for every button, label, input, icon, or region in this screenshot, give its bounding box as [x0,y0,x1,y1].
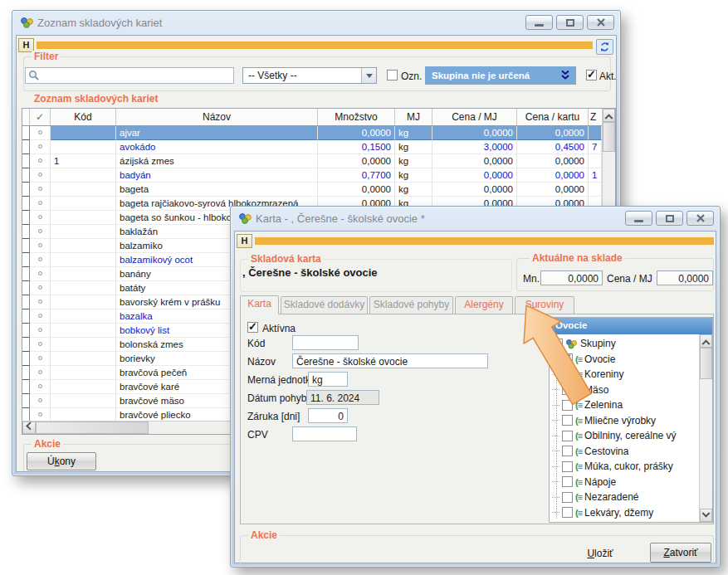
nazov-input[interactable]: Čerešne - školské ovocie [292,353,488,368]
checkbox[interactable]: ✓ [562,492,573,503]
kod-input[interactable] [292,335,359,350]
row-marker-icon [38,356,42,360]
table-cell: 0,0000 [517,126,589,140]
table-row[interactable]: 1ázijská zmes0,0000kg0,00000,0000 [22,154,602,168]
cpv-input[interactable] [292,426,357,441]
tab-karta[interactable]: Karta [240,295,279,314]
maximize-button[interactable] [656,211,683,226]
group-icon: (≡ [575,446,582,456]
h-menu-button[interactable]: H [237,234,252,248]
tree-item[interactable]: ✓(≡Múka, cukor, prášky [550,459,699,475]
tree-item-label: Obilniny, cereálne vý [584,430,677,441]
tree-root[interactable]: ✓ Skupiny [550,336,699,352]
tree-item[interactable]: ✓(≡Koreniny [550,367,699,383]
tab-skladov-pohyby[interactable]: Skladové pohyby [369,296,453,314]
table-cell: kg [395,126,432,140]
tab-alerg-ny[interactable]: Alergény [455,296,513,314]
checkbox[interactable]: ✓ [562,461,573,472]
close-button[interactable] [686,211,714,226]
checkbox[interactable]: ✓ [562,446,573,456]
tree-item-label: Zelenina [584,399,623,411]
tab-suroviny[interactable]: Suroviny [515,296,574,314]
row-indicator [22,352,30,366]
refresh-button[interactable] [596,39,613,55]
tree-item[interactable]: ✓(≡Obilniny, cereálne vý [550,428,699,444]
grid-caption: Zoznam skladových kariet [32,93,160,105]
tree-item-label: Mäso [584,384,608,396]
table-cell: kg [395,168,432,183]
table-row[interactable]: avokádo0,1500kg3,00000,45007 [22,140,602,154]
header-check[interactable]: ✓ [30,109,51,125]
ozn-checkbox[interactable]: ✓ [387,70,398,80]
header-nazov[interactable]: Názov [116,109,318,125]
checkbox[interactable]: ✓ [562,353,573,364]
mn-label: Mn. [523,273,540,285]
table-row[interactable]: ajvar0,0000kg0,00000,0000 [22,126,602,140]
table-cell [51,366,116,380]
tree-item[interactable]: ✓(≡Ovocie [550,352,699,368]
checkbox[interactable]: ✓ [562,369,573,380]
zatvorit-button[interactable]: Zatvoriť [650,543,711,563]
checkbox[interactable]: ✓ [562,476,573,487]
search-input[interactable] [25,67,234,84]
akcie-group [240,535,714,565]
close-button[interactable] [587,15,614,30]
table-row[interactable]: badyán0,7700kg0,00000,00001 [22,168,602,183]
table-cell: ajvar [116,126,318,140]
table-cell: 0,0000 [318,183,395,197]
table-cell [30,154,51,168]
table-cell [30,338,51,352]
ukony-button[interactable]: Úkony [27,452,96,470]
combo-dropdown-button[interactable] [361,68,376,83]
table-cell [30,168,51,183]
tree-item[interactable]: ✓(≡Lekváry, džemy [550,505,699,521]
tree-guide [552,451,559,451]
table-cell [30,366,51,380]
tree-item[interactable]: ✓(≡Mliečne výrobky [550,413,699,429]
list-window-titlebar[interactable]: Zoznam skladových kariet [12,11,620,35]
aktivna-checkbox[interactable]: ✓ [247,322,258,333]
header-cena-kartu[interactable]: Cena / kartu [517,109,589,125]
checkbox[interactable]: ✓ [562,415,573,426]
checkbox[interactable]: ✓ [562,384,573,395]
row-indicator [22,366,30,380]
row-marker-icon [38,342,42,346]
header-cena-mj[interactable]: Cena / MJ [432,109,517,125]
combo-value: -- Všetky -- [248,70,297,81]
header-mnozstvo[interactable]: Množstvo [318,109,395,125]
checkbox[interactable]: ✓ [562,400,573,411]
maximize-button[interactable] [556,15,584,30]
zaruka-input[interactable]: 0 [308,408,348,423]
header-mj[interactable]: MJ [395,109,432,125]
tree-item-label: Lekváry, džemy [584,507,653,519]
tree-scrollbar[interactable] [699,334,712,522]
minimize-button[interactable] [625,211,652,226]
ozn-label: Ozn. [401,71,422,82]
checkbox[interactable]: ✓ [562,507,573,518]
tab-skladov-dod-vky[interactable]: Skladové dodávky [281,296,368,314]
category-combo[interactable]: -- Všetky -- [242,67,377,84]
row-indicator [22,295,30,309]
tree-item[interactable]: ✓(≡Mäso [550,383,699,398]
ulozit-button[interactable]: Uložiť [574,546,627,563]
tree-item[interactable]: ✓(≡Nezaradené [550,490,699,505]
table-cell [30,253,51,267]
tree-item[interactable]: ✓(≡Nápoje [550,475,699,490]
merna-jednotka-input[interactable]: kg [308,372,348,387]
group-icon: (≡ [575,461,582,471]
akt-checkbox[interactable]: ✓ [586,70,597,80]
card-window: Karta - , Čerešne - školské ovocie * H S… [230,206,721,568]
checkbox[interactable]: ✓ [552,339,563,349]
tree-item[interactable]: ✓(≡ [550,520,699,522]
tree-item[interactable]: ✓(≡Cestovina [550,444,699,460]
minimize-button[interactable] [525,15,553,30]
group-filter-button[interactable]: Skupina nie je určená [425,66,576,85]
table-cell [51,295,116,309]
datum-pohybu-input[interactable]: 11. 6. 2024 [306,390,379,405]
tree-item[interactable]: ✓(≡Zelenina [550,397,699,413]
table-row[interactable]: bageta0,0000kg0,00000,0000 [22,183,602,197]
checkbox[interactable]: ✓ [562,431,573,441]
card-window-titlebar[interactable]: Karta - , Čerešne - školské ovocie * [231,207,720,231]
header-z[interactable]: Z [589,109,602,125]
header-kod[interactable]: Kód [51,109,116,125]
